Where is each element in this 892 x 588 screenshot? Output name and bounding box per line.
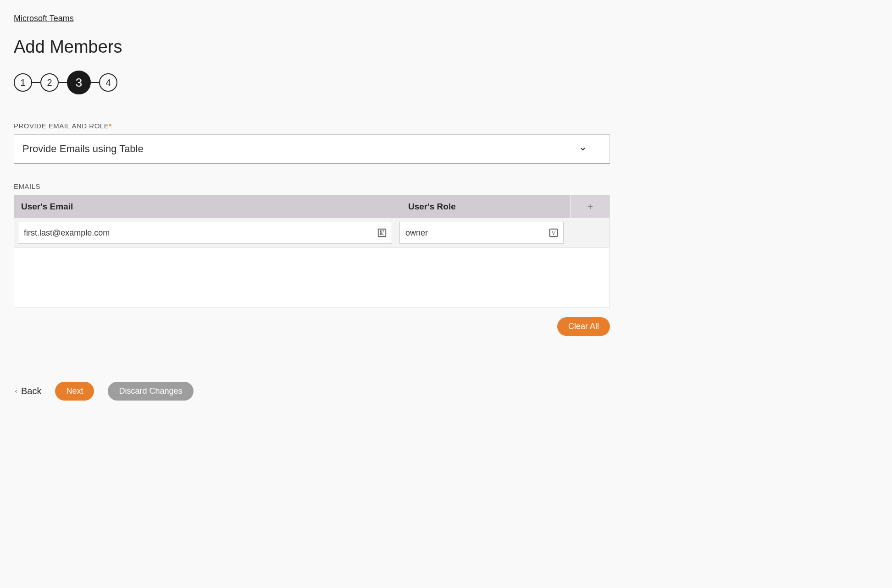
column-header-role: User's Role [401, 195, 571, 218]
step-3[interactable]: 3 [67, 71, 91, 94]
stepper: 1 2 3 4 [14, 71, 878, 94]
role-cell: V [399, 222, 564, 244]
provide-email-role-label: PROVIDE EMAIL AND ROLE* [14, 122, 878, 130]
select-value: Provide Emails using Table [22, 143, 144, 155]
table-row: V V [14, 218, 609, 248]
back-button[interactable]: Back [14, 386, 41, 396]
breadcrumb-link[interactable]: Microsoft Teams [14, 14, 74, 23]
required-asterisk: * [109, 122, 111, 130]
step-connector [32, 82, 40, 83]
step-connector [59, 82, 67, 83]
emails-table: User's Email User's Role V V [14, 195, 610, 308]
email-input[interactable] [23, 228, 373, 238]
variable-icon[interactable]: V [377, 228, 387, 238]
add-row-button[interactable] [571, 195, 609, 218]
emails-label: EMAILS [14, 182, 878, 190]
chevron-down-icon [579, 145, 587, 153]
step-connector [91, 82, 99, 83]
step-4[interactable]: 4 [99, 73, 117, 92]
plus-icon [586, 203, 594, 211]
table-empty-area [14, 248, 609, 308]
svg-text:V: V [552, 230, 556, 236]
chevron-left-icon [14, 388, 18, 395]
table-header: User's Email User's Role [14, 195, 609, 218]
svg-text:V: V [380, 230, 384, 236]
step-1[interactable]: 1 [14, 73, 32, 92]
clear-all-button[interactable]: Clear All [557, 317, 610, 336]
role-input[interactable] [404, 228, 545, 238]
next-button[interactable]: Next [55, 382, 94, 401]
page-title: Add Members [14, 37, 878, 57]
variable-icon[interactable]: V [548, 228, 559, 238]
provide-method-select[interactable]: Provide Emails using Table [14, 134, 610, 164]
column-header-email: User's Email [14, 195, 401, 218]
footer-actions: Back Next Discard Changes [14, 382, 878, 401]
step-2[interactable]: 2 [40, 73, 59, 92]
discard-changes-button[interactable]: Discard Changes [108, 382, 193, 401]
email-cell: V [18, 222, 392, 244]
row-spacer [571, 222, 606, 244]
